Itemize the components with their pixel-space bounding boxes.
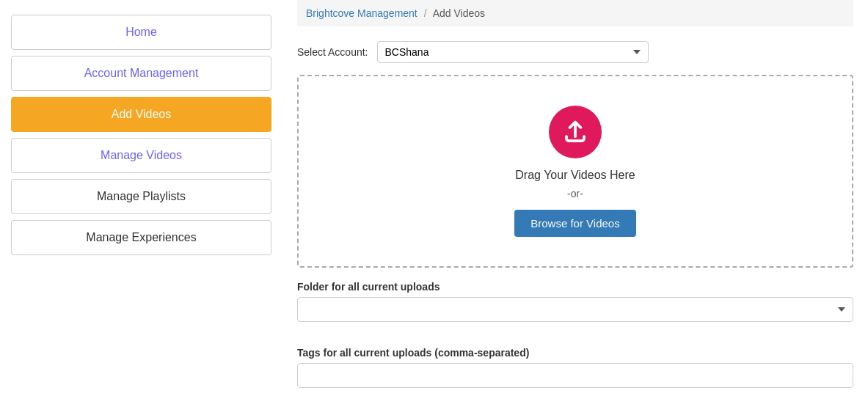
sidebar-item-add-videos[interactable]: Add Videos: [11, 97, 271, 132]
drop-zone[interactable]: Drag Your Videos Here -or- Browse for Vi…: [297, 75, 853, 268]
breadcrumb: Brightcove Management / Add Videos: [297, 0, 853, 26]
main-content: Brightcove Management / Add Videos Selec…: [282, 0, 868, 396]
drag-text: Drag Your Videos Here: [515, 169, 635, 182]
tags-input[interactable]: [297, 363, 853, 388]
breadcrumb-current: Add Videos: [433, 7, 485, 19]
folder-label: Folder for all current uploads: [297, 281, 853, 293]
sidebar-item-account-management[interactable]: Account Management: [11, 56, 271, 91]
sidebar: Home Account Management Add Videos Manag…: [0, 0, 282, 396]
folder-section: Folder for all current uploads: [297, 281, 853, 334]
account-select[interactable]: BCShana: [377, 41, 649, 63]
breadcrumb-parent-link[interactable]: Brightcove Management: [306, 7, 417, 19]
sidebar-item-manage-experiences[interactable]: Manage Experiences: [11, 220, 271, 255]
select-account-row: Select Account: BCShana: [297, 41, 853, 63]
folder-select[interactable]: [297, 297, 853, 322]
upload-arrow-icon: [562, 119, 588, 145]
upload-icon-circle: [549, 106, 602, 158]
or-text: -or-: [567, 188, 583, 199]
breadcrumb-separator: /: [424, 7, 427, 19]
sidebar-item-manage-videos[interactable]: Manage Videos: [11, 138, 271, 173]
sidebar-item-manage-playlists[interactable]: Manage Playlists: [11, 179, 271, 214]
browse-videos-button[interactable]: Browse for Videos: [514, 210, 635, 237]
tags-section: Tags for all current uploads (comma-sepa…: [297, 347, 853, 388]
tags-label: Tags for all current uploads (comma-sepa…: [297, 347, 853, 359]
select-account-label: Select Account:: [297, 46, 368, 58]
sidebar-item-home[interactable]: Home: [11, 15, 271, 50]
